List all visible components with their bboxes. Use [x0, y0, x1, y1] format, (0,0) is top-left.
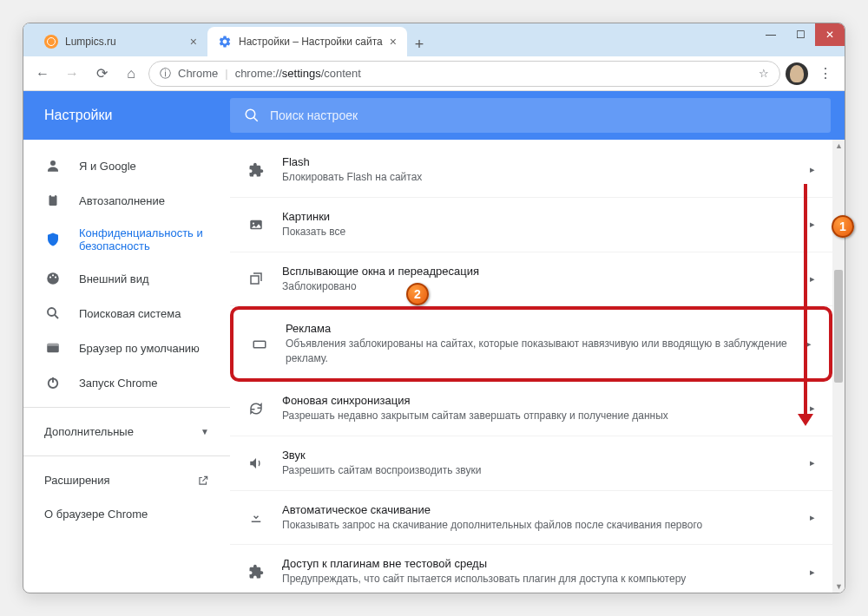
sound-icon: [247, 455, 265, 472]
setting-popups[interactable]: Всплывающие окна и переадресацияЗаблокир…: [230, 252, 832, 307]
setting-sound[interactable]: ЗвукРазрешить сайтам воспроизводить звук…: [230, 436, 832, 491]
sidebar-item-autofill[interactable]: Автозаполнение: [23, 183, 230, 218]
scroll-down-icon[interactable]: ▼: [835, 582, 843, 591]
sync-icon: [247, 400, 265, 417]
forward-button[interactable]: →: [60, 62, 84, 86]
svg-rect-18: [253, 341, 266, 348]
svg-rect-12: [47, 344, 59, 346]
power-icon: [44, 374, 62, 391]
close-tab-icon[interactable]: ×: [190, 35, 197, 49]
window-controls: — ☐ ✕: [756, 23, 845, 46]
browser-icon: [44, 339, 62, 357]
person-icon: [44, 157, 62, 174]
sidebar-item-label: Браузер по умолчанию: [79, 342, 200, 355]
close-tab-icon[interactable]: ×: [390, 35, 397, 49]
sidebar-item-label: Поисковая система: [79, 307, 181, 320]
setting-ads[interactable]: РекламаОбъявления заблокированы на сайта…: [230, 306, 832, 382]
setting-unsandboxed-plugins[interactable]: Доступ к плагинам вне тестовой средыПред…: [230, 545, 832, 593]
toolbar: ← → ⟳ ⌂ ⓘ Chrome | chrome://settings/con…: [23, 56, 845, 91]
sidebar-item-on-startup[interactable]: Запуск Chrome: [23, 365, 230, 400]
settings-header: Настройки: [23, 91, 845, 140]
maximize-button[interactable]: ☐: [786, 23, 815, 46]
setting-title: Всплывающие окна и переадресация: [282, 265, 792, 278]
image-icon: [247, 216, 265, 233]
divider: [23, 407, 230, 408]
chevron-right-icon: ▸: [810, 403, 815, 414]
svg-point-9: [48, 308, 56, 316]
site-info-icon[interactable]: ⓘ: [160, 66, 171, 82]
sidebar-item-label: Запуск Chrome: [79, 377, 158, 390]
svg-rect-3: [49, 195, 57, 206]
sidebar-item-you-and-google[interactable]: Я и Google: [23, 148, 230, 183]
reload-button[interactable]: ⟳: [89, 62, 114, 86]
annotation-arrow: [804, 184, 807, 423]
svg-point-0: [246, 109, 255, 119]
gear-favicon-icon: [218, 35, 232, 49]
setting-title: Фоновая синхронизация: [282, 394, 792, 407]
home-button[interactable]: ⌂: [119, 62, 143, 86]
divider: [23, 455, 230, 456]
setting-subtitle: Показать все: [282, 225, 792, 239]
sidebar-extensions-link[interactable]: Расширения: [23, 463, 230, 497]
sidebar-item-default-browser[interactable]: Браузер по умолчанию: [23, 331, 230, 365]
chrome-label: Chrome: [178, 67, 218, 80]
setting-title: Картинки: [282, 210, 792, 223]
ads-icon: [251, 336, 268, 353]
svg-rect-4: [51, 194, 56, 197]
back-button[interactable]: ←: [30, 62, 55, 86]
close-window-button[interactable]: ✕: [815, 23, 845, 46]
svg-rect-19: [252, 521, 261, 523]
tab-settings[interactable]: Настройки – Настройки сайта ×: [207, 27, 407, 56]
tab-title: Lumpics.ru: [65, 36, 116, 48]
svg-point-16: [253, 222, 254, 224]
setting-title: Flash: [282, 155, 792, 168]
scrollbar-thumb[interactable]: [834, 270, 843, 383]
svg-rect-17: [251, 276, 259, 284]
puzzle-icon: [247, 563, 265, 580]
scroll-up-icon[interactable]: ▲: [835, 141, 843, 150]
sidebar-item-label: О браузере Chrome: [44, 508, 148, 521]
bookmark-star-icon[interactable]: ☆: [759, 67, 769, 80]
settings-content: FlashБлокировать Flash на сайтах ▸ Карти…: [230, 140, 832, 593]
lumpics-favicon-icon: [44, 35, 58, 49]
setting-background-sync[interactable]: Фоновая синхронизацияРазрешать недавно з…: [230, 382, 832, 436]
setting-flash[interactable]: FlashБлокировать Flash на сайтах ▸: [230, 143, 832, 198]
puzzle-icon: [247, 161, 265, 179]
search-input[interactable]: [270, 108, 817, 122]
download-icon: [247, 508, 265, 526]
main-menu-button[interactable]: ⋮: [813, 62, 838, 86]
address-bar[interactable]: ⓘ Chrome | chrome://settings/content ☆: [148, 61, 780, 87]
search-icon: [244, 108, 260, 123]
popup-icon: [247, 270, 265, 287]
minimize-button[interactable]: —: [756, 23, 786, 46]
sidebar-about-link[interactable]: О браузере Chrome: [23, 497, 230, 531]
settings-sidebar: Я и Google Автозаполнение Конфиденциальн…: [23, 140, 230, 593]
chevron-right-icon: ▸: [810, 512, 815, 523]
setting-title: Звук: [282, 449, 792, 462]
setting-subtitle: Блокировать Flash на сайтах: [282, 170, 792, 185]
profile-avatar[interactable]: [786, 62, 808, 85]
sidebar-item-search-engine[interactable]: Поисковая система: [23, 296, 230, 331]
setting-auto-downloads[interactable]: Автоматическое скачиваниеПоказывать запр…: [230, 491, 832, 546]
new-tab-button[interactable]: +: [407, 32, 431, 56]
setting-subtitle: Заблокировано: [282, 279, 792, 294]
setting-subtitle: Разрешить сайтам воспроизводить звуки: [282, 463, 792, 478]
chevron-right-icon: ▸: [810, 164, 815, 175]
setting-images[interactable]: КартинкиПоказать все ▸: [230, 198, 832, 252]
tab-lumpics[interactable]: Lumpics.ru ×: [34, 27, 207, 56]
settings-search[interactable]: [230, 98, 831, 133]
chevron-down-icon: ▼: [201, 427, 209, 436]
sidebar-item-label: Конфиденциальность и безопасность: [79, 226, 209, 252]
setting-title: Доступ к плагинам вне тестовой среды: [282, 557, 792, 570]
sidebar-item-privacy[interactable]: Конфиденциальность и безопасность: [23, 218, 230, 261]
sidebar-item-label: Внешний вид: [79, 272, 149, 285]
browser-window: Lumpics.ru × Настройки – Настройки сайта…: [23, 23, 845, 593]
sidebar-advanced-toggle[interactable]: Дополнительные ▼: [23, 415, 230, 449]
sidebar-item-label: Расширения: [44, 474, 110, 487]
search-icon: [44, 305, 62, 322]
setting-subtitle: Разрешать недавно закрытым сайтам заверш…: [282, 409, 792, 423]
sidebar-item-appearance[interactable]: Внешний вид: [23, 261, 230, 296]
scrollbar-track[interactable]: ▲ ▼: [832, 140, 845, 593]
chevron-right-icon: ▸: [810, 219, 815, 230]
annotation-badge-2: 2: [406, 283, 429, 305]
